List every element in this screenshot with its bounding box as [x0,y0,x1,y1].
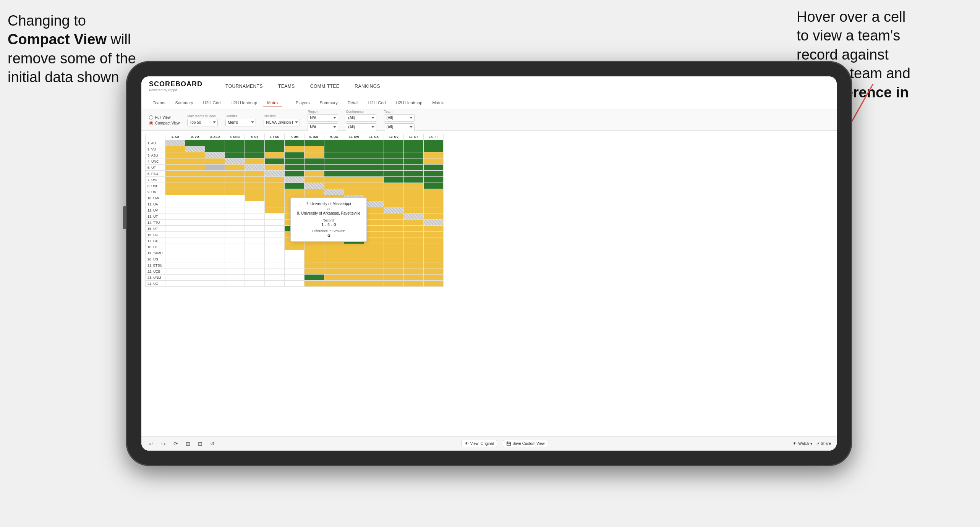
matrix-cell[interactable] [185,213,205,220]
matrix-cell[interactable] [404,152,424,158]
matrix-cell[interactable] [185,158,205,165]
matrix-cell[interactable] [225,238,245,244]
matrix-cell[interactable] [285,268,305,275]
matrix-cell[interactable] [265,152,285,158]
matrix-cell[interactable] [364,281,384,287]
matrix-cell[interactable] [285,256,305,262]
matrix-cell[interactable] [324,189,344,195]
matrix-cell[interactable] [364,232,384,238]
matrix-cell[interactable] [225,183,245,189]
nav-tournaments[interactable]: TOURNAMENTS [225,84,263,89]
matrix-cell[interactable] [404,183,424,189]
matrix-cell[interactable] [384,256,404,262]
matrix-cell[interactable] [424,256,444,262]
matrix-cell[interactable] [245,195,265,201]
compact-view-radio[interactable] [149,121,153,125]
matrix-cell[interactable] [404,177,424,183]
matrix-cell[interactable] [305,281,324,287]
matrix-cell[interactable] [185,244,205,250]
matrix-cell[interactable] [305,189,324,195]
team-select2[interactable]: (All) [384,123,415,131]
matrix-cell[interactable] [205,177,225,183]
grid-button[interactable]: ⊞ [184,440,192,448]
redo-button[interactable]: ↪ [159,440,168,448]
matrix-cell[interactable] [265,244,285,250]
matrix-cell[interactable] [404,256,424,262]
matrix-cell[interactable] [364,183,384,189]
matrix-cell[interactable] [245,140,265,146]
tab-h2h-heatmap1[interactable]: H2H Heatmap [227,99,261,107]
matrix-cell[interactable] [384,262,404,268]
matrix-cell[interactable] [165,250,185,256]
matrix-cell[interactable] [245,189,265,195]
tab-players[interactable]: Players [292,99,314,107]
matrix-cell[interactable] [344,250,364,256]
matrix-cell[interactable] [404,220,424,226]
matrix-cell[interactable] [265,238,285,244]
matrix-cell[interactable] [285,165,305,171]
matrix-cell[interactable] [205,171,225,177]
matrix-cell[interactable] [424,226,444,232]
matrix-cell[interactable] [205,195,225,201]
full-view-radio[interactable] [149,115,153,120]
matrix-cell[interactable] [384,220,404,226]
matrix-cell[interactable] [185,177,205,183]
matrix-cell[interactable] [265,262,285,268]
matrix-cell[interactable] [424,213,444,220]
matrix-cell[interactable] [424,171,444,177]
matrix-cell[interactable] [384,195,404,201]
matrix-cell[interactable] [205,201,225,207]
matrix-cell[interactable] [205,207,225,213]
matrix-cell[interactable] [285,171,305,177]
matrix-cell[interactable] [165,146,185,152]
matrix-cell[interactable] [185,238,205,244]
matrix-cell[interactable] [225,189,245,195]
save-custom-button[interactable]: 💾 Save Custom View [503,440,548,447]
matrix-cell[interactable] [384,238,404,244]
matrix-cell[interactable] [205,256,225,262]
matrix-cell[interactable] [324,152,344,158]
matrix-cell[interactable] [305,256,324,262]
tab-h2h-grid2[interactable]: H2H Grid [364,99,390,107]
conference-select1[interactable]: (All) [346,114,376,122]
tab-detail[interactable]: Detail [344,99,362,107]
matrix-cell[interactable] [364,275,384,281]
matrix-cell[interactable] [245,183,265,189]
matrix-cell[interactable] [205,250,225,256]
matrix-cell[interactable] [344,158,364,165]
matrix-cell[interactable] [424,152,444,158]
matrix-cell[interactable] [285,275,305,281]
matrix-cell[interactable] [225,207,245,213]
matrix-cell[interactable] [404,238,424,244]
matrix-cell[interactable] [245,226,265,232]
matrix-cell[interactable] [205,189,225,195]
tab-matrix1[interactable]: Matrix [263,99,282,107]
matrix-cell[interactable] [165,238,185,244]
matrix-cell[interactable] [305,262,324,268]
matrix-cell[interactable] [344,281,364,287]
matrix-cell[interactable] [265,140,285,146]
matrix-cell[interactable] [245,262,265,268]
matrix-cell[interactable] [364,189,384,195]
matrix-cell[interactable] [185,152,205,158]
matrix-cell[interactable] [324,250,344,256]
matrix-cell[interactable] [424,281,444,287]
matrix-cell[interactable] [225,195,245,201]
matrix-cell[interactable] [165,281,185,287]
matrix-cell[interactable] [364,152,384,158]
matrix-cell[interactable] [165,232,185,238]
matrix-cell[interactable] [364,158,384,165]
matrix-cell[interactable] [404,158,424,165]
nav-rankings[interactable]: RANKINGS [355,84,380,89]
matrix-cell[interactable] [265,183,285,189]
matrix-cell[interactable] [245,232,265,238]
region-select1[interactable]: N/A [308,114,338,122]
matrix-cell[interactable] [205,262,225,268]
matrix-cell[interactable] [364,268,384,275]
matrix-cell[interactable] [364,250,384,256]
matrix-cell[interactable] [245,268,265,275]
matrix-cell[interactable] [185,275,205,281]
matrix-cell[interactable] [245,207,265,213]
matrix-cell[interactable] [225,220,245,226]
matrix-cell[interactable] [265,213,285,220]
